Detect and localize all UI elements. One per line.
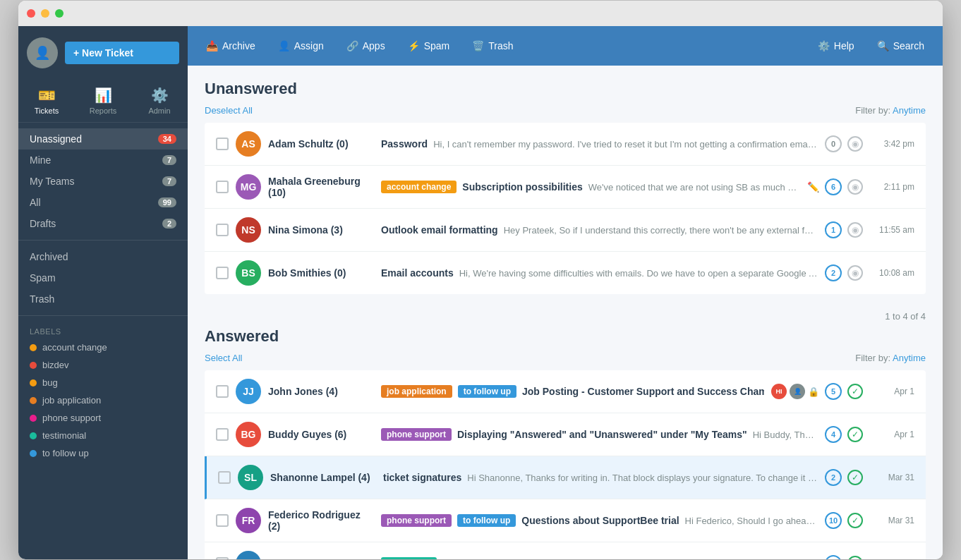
main-content: 📥 Archive 👤 Assign 🔗 Apps ⚡ Spam 🗑️ xyxy=(188,26,943,559)
sidebar-top: 👤 + New Ticket xyxy=(18,26,188,80)
table-row[interactable]: JJ John Jones (4) job application to fol… xyxy=(205,370,926,413)
sidebar-item-tickets[interactable]: 🎫 Tickets xyxy=(18,80,75,122)
sidebar-item-trash[interactable]: Trash xyxy=(18,288,188,310)
table-row[interactable]: FR Federico Rodriguez (2) phone support … xyxy=(205,499,926,542)
new-ticket-button[interactable]: + New Ticket xyxy=(65,42,179,64)
row-checkbox[interactable] xyxy=(216,267,229,279)
unanswered-filter-value[interactable]: Anytime xyxy=(893,105,926,116)
sidebar-item-my-teams[interactable]: My Teams 7 xyxy=(18,171,188,192)
row-checkbox[interactable] xyxy=(216,557,229,559)
sidebar-item-unassigned[interactable]: Unassigned 34 xyxy=(18,128,188,150)
deselect-all-link[interactable]: Deselect All xyxy=(205,105,253,116)
ticket-tag[interactable]: phone support xyxy=(381,428,452,441)
ticket-name: Bob Smithies (0) xyxy=(268,267,374,279)
table-row[interactable]: AS Adam Schultz (0) Password Hi, I can't… xyxy=(205,123,926,166)
max-dot[interactable] xyxy=(55,9,64,18)
extra-icons: HI 👤 🔒 xyxy=(771,384,819,399)
unassigned-badge: 34 xyxy=(158,134,176,144)
sidebar-item-admin[interactable]: ⚙️ Admin xyxy=(131,80,188,122)
search-button[interactable]: 🔍 Search xyxy=(867,35,934,57)
table-row[interactable]: BS Bob Smithies (0) Email accounts Hi, W… xyxy=(205,252,926,294)
ticket-tag[interactable]: testimonial xyxy=(381,557,437,559)
ticket-meta: 4 ✓ Apr 1 xyxy=(825,426,914,443)
row-checkbox[interactable] xyxy=(216,138,229,150)
sidebar-item-reports[interactable]: 📊 Reports xyxy=(75,80,131,122)
sidebar-main-list: Unassigned 34 Mine 7 My Teams 7 All 99 D… xyxy=(18,123,188,559)
drafts-label: Drafts xyxy=(30,218,162,229)
label-bizdev[interactable]: bizdev xyxy=(18,356,188,374)
ticket-tag[interactable]: job application xyxy=(381,385,452,398)
ticket-content-area: ticket signatures Hi Shanonne, Thanks fo… xyxy=(383,472,818,483)
all-badge: 99 xyxy=(158,197,176,207)
sidebar-item-drafts[interactable]: Drafts 2 xyxy=(18,213,188,234)
answered-filter: Filter by: Anytime xyxy=(855,353,926,363)
ticket-preview: Hey Prateek, So if I understand this cor… xyxy=(504,225,818,236)
row-checkbox[interactable] xyxy=(216,385,229,398)
help-button[interactable]: ⚙️ Help xyxy=(808,35,864,57)
search-icon: 🔍 xyxy=(877,40,889,51)
ticket-subject: Password xyxy=(381,138,428,150)
sidebar-nav-row: 🎫 Tickets 📊 Reports ⚙️ Admin xyxy=(18,80,188,123)
ticket-content: Unanswered Deselect All Filter by: Anyti… xyxy=(188,66,943,559)
apps-icon: 🔗 xyxy=(346,40,358,51)
answered-filter-value[interactable]: Anytime xyxy=(893,353,926,363)
table-row[interactable]: MG Mahala Greeneburg (10) account change… xyxy=(205,166,926,209)
answered-table: JJ John Jones (4) job application to fol… xyxy=(205,370,926,559)
label-testimonial[interactable]: testimonial xyxy=(18,427,188,444)
ticket-tag[interactable]: to follow up xyxy=(458,385,516,398)
ticket-avatar: MG xyxy=(236,174,261,200)
label-bug[interactable]: bug xyxy=(18,374,188,391)
ticket-avatar: NS xyxy=(236,217,261,243)
sidebar-item-all[interactable]: All 99 xyxy=(18,192,188,213)
pencil-icon: ✏️ xyxy=(807,181,819,193)
ticket-tag[interactable]: to follow up xyxy=(457,514,516,527)
status-icon: ◉ xyxy=(847,265,863,281)
label-account-change[interactable]: account change xyxy=(18,339,188,356)
status-icon-answered: ✓ xyxy=(847,384,863,399)
label-text-phone-support: phone support xyxy=(42,413,101,423)
ticket-count: 10 xyxy=(825,512,842,529)
assign-button[interactable]: 👤 Assign xyxy=(268,35,334,57)
min-dot[interactable] xyxy=(41,9,49,18)
unanswered-filter: Filter by: Anytime xyxy=(855,105,926,116)
label-phone-support[interactable]: phone support xyxy=(18,409,188,427)
spam-button[interactable]: ⚡ Spam xyxy=(398,35,460,57)
sidebar-item-mine[interactable]: Mine 7 xyxy=(18,150,188,171)
archive-button[interactable]: 📥 Archive xyxy=(196,35,265,57)
label-text-bizdev: bizdev xyxy=(42,360,69,370)
pagination: 1 to 4 of 4 xyxy=(205,308,926,327)
trash-button[interactable]: 🗑️ Trash xyxy=(462,35,523,57)
row-checkbox[interactable] xyxy=(216,224,229,236)
ticket-name: Mahala Greeneburg (10) xyxy=(268,176,374,198)
row-checkbox[interactable] xyxy=(216,181,229,193)
table-row[interactable]: SL Shanonne Lampel (4) ticket signatures… xyxy=(205,456,926,499)
row-checkbox[interactable] xyxy=(216,514,229,527)
ticket-subject: Displaying "Answered" and "Unanswered" u… xyxy=(457,429,747,440)
label-to-follow-up[interactable]: to follow up xyxy=(18,444,188,462)
mini-avatar-hi: HI xyxy=(771,384,787,399)
sidebar-item-spam[interactable]: Spam xyxy=(18,267,188,288)
close-dot[interactable] xyxy=(27,9,35,18)
ticket-time: 2:11 pm xyxy=(869,182,914,192)
table-row[interactable]: NS Nina Simona (3) Outlook email formatt… xyxy=(205,209,926,252)
lock-icon: 🔒 xyxy=(808,386,819,397)
sidebar-item-archived[interactable]: Archived xyxy=(18,246,188,267)
sidebar-divider-1 xyxy=(18,240,188,241)
row-checkbox[interactable] xyxy=(218,471,231,484)
table-row[interactable]: BG Buddy Guyes (6) phone support Display… xyxy=(205,413,926,456)
ticket-tag[interactable]: account change xyxy=(381,181,457,193)
ticket-name: Shanonne Lampel (4) xyxy=(270,472,376,483)
avatar[interactable]: 👤 xyxy=(27,37,58,68)
row-checkbox[interactable] xyxy=(216,428,229,441)
label-job-application[interactable]: job application xyxy=(18,391,188,409)
apps-button[interactable]: 🔗 Apps xyxy=(337,35,395,57)
labels-section-title: Labels xyxy=(18,322,188,339)
ticket-content-area: Password Hi, I can't remember my passwor… xyxy=(381,138,818,150)
select-all-link[interactable]: Select All xyxy=(205,353,242,363)
app-body: 👤 + New Ticket 🎫 Tickets 📊 Reports ⚙️ Ad… xyxy=(18,26,943,559)
table-row[interactable]: CW Cristian Walker (2) testimonial Forms… xyxy=(205,542,926,559)
ticket-avatar: BG xyxy=(236,422,261,447)
ticket-tag[interactable]: phone support xyxy=(381,514,452,527)
tickets-label: Tickets xyxy=(35,106,59,115)
reports-icon: 📊 xyxy=(95,87,112,104)
